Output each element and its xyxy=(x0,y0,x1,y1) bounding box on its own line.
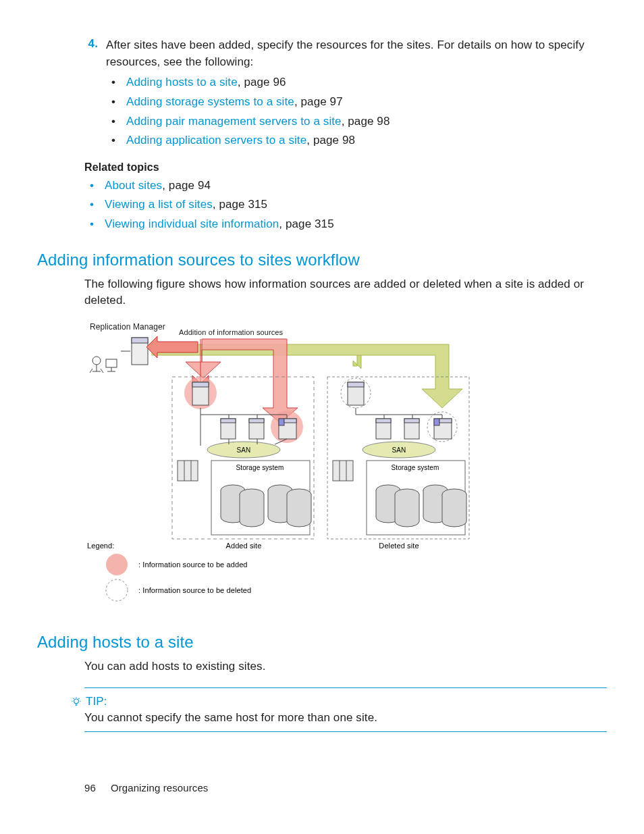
svg-rect-19 xyxy=(249,419,264,423)
svg-rect-9 xyxy=(192,382,209,387)
link-adding-hosts[interactable]: Adding hosts to a site xyxy=(126,76,238,88)
svg-rect-17 xyxy=(221,419,236,423)
related-item: About sites, page 94 xyxy=(84,178,607,194)
diagram-legend-del: : Information source to be deleted xyxy=(138,586,251,594)
related-topics-list: About sites, page 94 Viewing a list of s… xyxy=(84,178,607,233)
link-adding-pair-mgmt[interactable]: Adding pair management servers to a site xyxy=(126,115,342,128)
page-ref: , page 98 xyxy=(342,115,390,128)
svg-rect-1 xyxy=(132,338,148,343)
workflow-diagram: Replication Manager Addition of informat… xyxy=(84,321,516,615)
svg-rect-50 xyxy=(434,419,439,425)
diagram-legend-title: Legend: xyxy=(87,542,114,550)
svg-rect-46 xyxy=(376,419,391,423)
chapter-title: Organizing resources xyxy=(111,782,209,793)
diagram-legend-add: : Information source to be added xyxy=(138,561,248,569)
diagram-storage-left: Storage system xyxy=(236,464,284,471)
svg-point-62 xyxy=(106,579,128,601)
lightbulb-icon xyxy=(71,696,82,707)
svg-point-61 xyxy=(106,554,128,575)
svg-rect-48 xyxy=(404,419,419,423)
step-sublist: Adding hosts to a site, page 96 Adding s… xyxy=(106,74,607,149)
diagram-added-site: SAN Storage system xyxy=(172,377,314,550)
step-4: 4. After sites have been added, specify … xyxy=(37,37,607,152)
svg-point-2 xyxy=(92,357,101,365)
section-body-workflow: The following figure shows how informati… xyxy=(84,276,607,309)
tip-block: TIP: You cannot specify the same host fo… xyxy=(84,687,607,732)
sub-item: Adding pair management servers to a site… xyxy=(106,113,607,130)
svg-rect-32 xyxy=(178,461,198,481)
diagram-svg: Replication Manager Addition of informat… xyxy=(84,321,516,612)
svg-rect-3 xyxy=(106,359,117,367)
step-text: After sites have been added, specify the… xyxy=(106,38,585,68)
diagram-added-site-label: Added site xyxy=(226,542,262,550)
page-ref: , page 96 xyxy=(238,76,286,88)
sub-item: Adding application servers to a site, pa… xyxy=(106,132,607,149)
page-number: 96 xyxy=(84,782,96,793)
svg-rect-21 xyxy=(279,419,284,425)
related-item: Viewing individual site information, pag… xyxy=(84,216,607,233)
svg-rect-22 xyxy=(284,419,296,423)
svg-rect-58 xyxy=(333,461,353,481)
page-footer: 96 Organizing resources xyxy=(84,782,208,793)
section-body-hosts: You can add hosts to existing sites. xyxy=(84,658,607,675)
related-topics-heading: Related topics xyxy=(84,161,607,174)
page-ref: , page 98 xyxy=(306,134,355,147)
related-item: Viewing a list of sites, page 315 xyxy=(84,197,607,213)
link-adding-app-servers[interactable]: Adding application servers to a site xyxy=(126,134,306,147)
svg-point-63 xyxy=(74,699,79,704)
step-body: After sites have been added, specify the… xyxy=(106,37,607,152)
link-viewing-individual[interactable]: Viewing individual site information xyxy=(105,217,279,230)
link-viewing-list[interactable]: Viewing a list of sites xyxy=(105,198,213,211)
svg-rect-39 xyxy=(348,382,364,387)
diagram-label-addition: Addition of information sources xyxy=(179,328,284,336)
section-title-hosts: Adding hosts to a site xyxy=(37,633,607,652)
page-ref: , page 94 xyxy=(162,179,211,192)
section-title-workflow: Adding information sources to sites work… xyxy=(37,251,607,269)
link-about-sites[interactable]: About sites xyxy=(105,179,162,192)
page-ref: , page 97 xyxy=(294,95,343,108)
link-adding-storage[interactable]: Adding storage systems to a site xyxy=(126,95,294,108)
step-number: 4. xyxy=(84,37,98,152)
step-list: 4. After sites have been added, specify … xyxy=(37,37,607,152)
diagram-san-left: SAN xyxy=(237,446,251,454)
tip-label: TIP: xyxy=(86,695,107,708)
tip-heading: TIP: xyxy=(71,695,607,708)
diagram-label-repmgr: Replication Manager xyxy=(90,322,165,332)
page-ref: , page 315 xyxy=(279,217,333,230)
page: 4. After sites have been added, specify … xyxy=(0,0,644,834)
diagram-deleted-site-label: Deleted site xyxy=(379,542,419,550)
diagram-storage-right: Storage system xyxy=(392,464,439,471)
sub-item: Adding hosts to a site, page 96 xyxy=(106,74,607,91)
page-ref: , page 315 xyxy=(213,198,267,211)
svg-rect-51 xyxy=(439,419,452,423)
sub-item: Adding storage systems to a site, page 9… xyxy=(106,94,607,111)
tip-body: You cannot specify the same host for mor… xyxy=(84,711,607,725)
diagram-san-right: SAN xyxy=(392,446,406,454)
